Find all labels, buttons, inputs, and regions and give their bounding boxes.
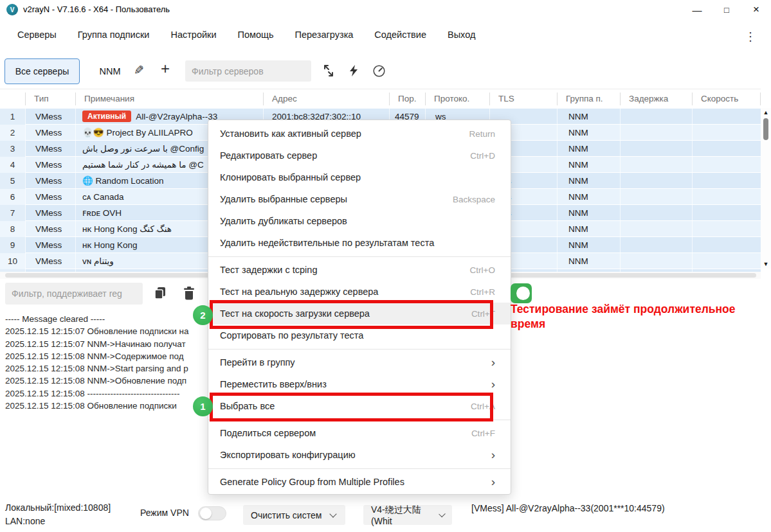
col-speed[interactable]: Скорость	[693, 93, 761, 105]
tab-nnm[interactable]: NNM	[91, 58, 129, 84]
menu-item-remove-servers[interactable]: Удалить выбранные серверы Backspace	[208, 188, 511, 210]
vertical-scrollbar[interactable]: ▲ ▼	[761, 108, 771, 269]
menu-item-generate-policy-group[interactable]: Generate Policy Group from Multiple Prof…	[208, 471, 511, 493]
vpn-mode-toggle[interactable]	[198, 506, 226, 520]
row-delay	[621, 109, 693, 125]
routing-dropdown[interactable]: V4-绕过大陆(Whit	[363, 505, 452, 525]
row-group: NNM	[558, 237, 621, 253]
row-speed	[693, 173, 761, 189]
window-title: v2rayN - V7.16.6 - X64 - Пользователь	[23, 4, 170, 14]
col-delay[interactable]: Задержка	[621, 93, 693, 105]
menu-item-real-delay-test[interactable]: Тест на реальную задержку сервера Ctrl+R	[208, 281, 511, 303]
kebab-menu-icon[interactable]: ⋮	[745, 30, 756, 44]
menu-item-shortcut: Ctrl+O	[470, 265, 495, 275]
menu-settings[interactable]: Настройки	[170, 30, 216, 40]
row-number: 1	[0, 109, 26, 125]
copy-log-icon[interactable]	[152, 285, 168, 301]
submenu-arrow-icon: ›	[491, 477, 495, 486]
close-button[interactable]: ×	[742, 0, 770, 19]
col-protocol[interactable]: Протоко.	[426, 93, 490, 105]
menu-subscription-group[interactable]: Группа подписки	[78, 30, 150, 40]
menu-item-clone-server[interactable]: Клонировать выбранный сервер	[208, 166, 511, 188]
clear-log-icon[interactable]	[182, 285, 196, 301]
menu-promotion[interactable]: Содействие	[374, 30, 426, 40]
menu-item-label: Поделиться сервером	[220, 428, 316, 438]
row-type: VMess	[26, 157, 76, 173]
menu-separator	[208, 468, 511, 469]
menu-item-label: Удалить выбранные серверы	[220, 194, 347, 204]
row-type: VMess	[26, 109, 76, 125]
menu-servers[interactable]: Серверы	[17, 30, 57, 40]
row-delay	[621, 173, 693, 189]
chevron-down-icon	[439, 510, 446, 517]
col-group[interactable]: Группа п.	[558, 93, 621, 105]
menu-item-tcping-test[interactable]: Тест задержки с tcping Ctrl+O	[208, 259, 511, 281]
row-type: VMess	[26, 125, 76, 141]
expand-icon[interactable]	[322, 64, 335, 77]
menu-item-move-to-group[interactable]: Перейти в группу ›	[208, 351, 511, 373]
col-type[interactable]: Тип	[26, 93, 76, 105]
annotation-box-step1	[210, 393, 493, 421]
col-address[interactable]: Адрес	[264, 93, 390, 105]
menu-item-export-config[interactable]: Экспортировать конфигурацию ›	[208, 444, 511, 466]
submenu-arrow-icon: ›	[491, 450, 495, 459]
menu-item-shortcut: Ctrl+D	[470, 151, 495, 161]
row-speed	[693, 221, 761, 237]
row-type: VMess	[26, 253, 76, 269]
toggle-knob	[516, 287, 530, 300]
row-group: NNM	[558, 157, 621, 173]
row-delay	[621, 221, 693, 237]
server-filter-input[interactable]	[185, 60, 311, 82]
row-delay	[621, 125, 693, 141]
menu-item-share-server[interactable]: Поделиться сервером Ctrl+F	[208, 422, 511, 444]
menu-item-label: Установить как активный сервер	[220, 129, 361, 139]
submenu-arrow-icon: ›	[491, 380, 495, 389]
tab-all-servers[interactable]: Все серверы	[5, 58, 80, 84]
annotation-step1-marker: 1	[193, 396, 213, 416]
row-group: NNM	[558, 253, 621, 269]
row-type: VMess	[26, 237, 76, 253]
row-speed	[693, 109, 761, 125]
menu-item-label: Перейти в группу	[220, 357, 295, 368]
menu-item-move-up-down[interactable]: Переместить вверх/вниз ›	[208, 373, 511, 395]
scrollbar-thumb[interactable]	[763, 118, 768, 140]
scroll-up-icon[interactable]: ▲	[761, 109, 771, 116]
col-tls[interactable]: TLS	[490, 93, 558, 105]
speedometer-icon[interactable]	[372, 64, 386, 78]
row-number: 7	[0, 205, 26, 221]
submenu-arrow-icon: ›	[491, 358, 495, 367]
menu-help[interactable]: Помощь	[238, 30, 274, 40]
col-port[interactable]: Пор.	[390, 93, 426, 105]
routing-label: V4-绕过大陆(Whit	[371, 504, 432, 526]
menu-item-set-active-server[interactable]: Установить как активный сервер Return	[208, 123, 511, 145]
menu-item-remove-duplicates[interactable]: Удалить дубликаты серверов	[208, 210, 511, 232]
speedtest-bolt-icon[interactable]	[348, 64, 359, 77]
log-filter-input[interactable]	[5, 283, 143, 305]
row-group: NNM	[558, 109, 621, 125]
clear-system-dropdown[interactable]: Очистить систем	[243, 505, 345, 525]
row-number: 5	[0, 173, 26, 189]
scroll-down-icon[interactable]: ▼	[761, 261, 771, 267]
title-bar: V v2rayN - V7.16.6 - X64 - Пользователь …	[0, 0, 771, 19]
row-group: NNM	[558, 125, 621, 141]
row-speed	[693, 253, 761, 269]
edit-group-icon[interactable]: ✎	[134, 63, 144, 78]
maximize-button[interactable]: □	[712, 0, 741, 19]
tab-all-servers-label: Все серверы	[15, 66, 69, 76]
menu-exit[interactable]: Выход	[448, 30, 475, 40]
menu-item-edit-server[interactable]: Редактировать сервер Ctrl+D	[208, 145, 511, 166]
menu-item-label: Экспортировать конфигурацию	[220, 450, 356, 460]
log-line: 2025.12.15 12:15:08 NNM->Обновление подп	[5, 375, 208, 387]
row-type: VMess	[26, 189, 76, 205]
row-delay	[621, 205, 693, 221]
menu-item-remove-invalid[interactable]: Удалить недействительные по результатам …	[208, 232, 511, 254]
row-speed	[693, 141, 761, 157]
row-number: 2	[0, 125, 26, 141]
minimize-button[interactable]: —	[683, 0, 711, 19]
menu-restart[interactable]: Перезагрузка	[295, 30, 354, 40]
col-remarks[interactable]: Примечания	[76, 93, 264, 105]
row-type: VMess	[26, 221, 76, 237]
add-group-icon[interactable]: +	[161, 60, 170, 78]
annotation-step2-marker: 2	[193, 305, 213, 325]
row-type: VMess	[26, 205, 76, 221]
